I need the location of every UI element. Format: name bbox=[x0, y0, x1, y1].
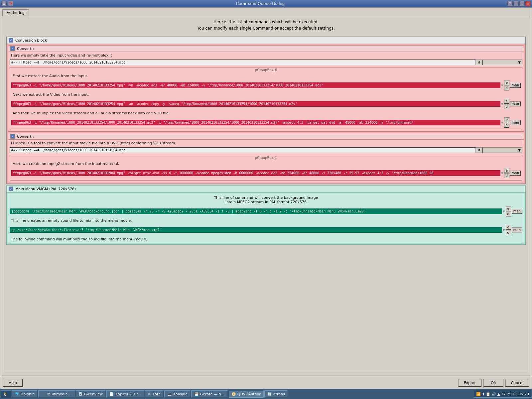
export-button[interactable]: Export bbox=[458, 379, 481, 387]
vmgm-btn-man-2[interactable]: man bbox=[512, 227, 522, 232]
vmgm-line1: This line of command will convert the ba… bbox=[8, 194, 524, 205]
cmd-input-0-0: ffmpeg063 -i "/home/gons/Videos/1000_201… bbox=[11, 82, 500, 88]
gwenview-icon: 🖼 bbox=[79, 392, 82, 396]
vmgm-line4: The following command will multiplex the… bbox=[8, 236, 524, 243]
convert-1-checkbox[interactable] bbox=[10, 46, 15, 51]
convert-block-1: Convert : Here we simply take the input … bbox=[8, 45, 524, 132]
main-window: Authoring Here is the list of commands w… bbox=[0, 7, 532, 389]
cmd-row-0-1: ffmpeg063 -i "/home/gons/Videos/1000_201… bbox=[10, 98, 522, 110]
row-1-desc-0: Here we create an mpeg2 stream from the … bbox=[10, 160, 522, 167]
titlebar-left: ⚙ 📌 bbox=[1, 1, 13, 6]
help-btn[interactable]: ? bbox=[507, 1, 513, 6]
taskbar-item-dolphin[interactable]: 🐬 Dolphin bbox=[12, 390, 38, 398]
taskbar-item-qdvd[interactable]: 📀 QDVDAuthor bbox=[228, 390, 264, 398]
btn-d-0-0[interactable]: d bbox=[504, 85, 509, 90]
vmgm-cmd-input-2: cp /usr/share/qdvdauthor/silence.ac3 "/t… bbox=[10, 227, 502, 233]
taskbar-item-gwenview[interactable]: 🖼 Gwenview bbox=[76, 390, 106, 398]
btn-man-1-0[interactable]: man bbox=[510, 171, 521, 176]
cmd-input-1-0: ffmpeg063 -i "/home/gons/Videos/1000_201… bbox=[11, 170, 500, 176]
taskbar-date: 11:05:20 bbox=[513, 392, 529, 396]
btn-col-0-2: e d bbox=[504, 117, 509, 128]
tray-volume-icon: 🔊 bbox=[491, 392, 496, 396]
hash-dropdown-1[interactable]: ▼ bbox=[482, 60, 522, 65]
minimize-btn[interactable]: _ bbox=[513, 1, 519, 6]
taskbar-item-qtrans[interactable]: 🔄 qtrans bbox=[264, 390, 288, 398]
hash-row-1: d ▼ bbox=[8, 59, 524, 66]
btn-d-0-2[interactable]: d bbox=[504, 123, 509, 128]
scroll-area[interactable]: Conversion Block Convert : Here we simpl… bbox=[5, 35, 527, 372]
titlebar: ⚙ 📌 Command Queue Dialog ? _ □ ✕ bbox=[0, 0, 532, 7]
close-btn[interactable]: ✕ bbox=[525, 1, 531, 6]
hash-d-btn-1[interactable]: d bbox=[476, 60, 482, 65]
conversion-block-label: Conversion Block bbox=[15, 38, 47, 43]
vmgm-btn-e-2[interactable]: e bbox=[506, 225, 511, 230]
pin-btn[interactable]: 📌 bbox=[8, 1, 13, 6]
vmgm-btn-man-1[interactable]: man bbox=[512, 209, 522, 214]
btn-e-1-0[interactable]: e bbox=[504, 168, 509, 173]
btn-man-0-2[interactable]: man bbox=[510, 120, 521, 125]
row-0-desc-2: And then we multiplex the video stream a… bbox=[10, 110, 522, 117]
taskbar-item-kapitel[interactable]: 📄 Kapitel 2. Gr... bbox=[106, 390, 144, 398]
hash-row-2: d ▼ bbox=[8, 147, 524, 154]
convert-header-2: Convert : bbox=[8, 133, 524, 140]
row-0-desc-1: Next we extract the Video from the input… bbox=[10, 91, 522, 98]
content-area: Here is the list of commands which will … bbox=[2, 16, 530, 375]
titlebar-controls: ? _ □ ✕ bbox=[507, 1, 531, 6]
btn-e-0-2[interactable]: e bbox=[504, 117, 509, 122]
multimedia-icon: 🎵 bbox=[41, 392, 46, 396]
vmgm-btn-col-2: e d bbox=[506, 225, 511, 235]
cmd-input-0-2: ffmpeg063 -i "/tmp/Unnamed/1000_20140210… bbox=[11, 120, 500, 125]
maximize-btn[interactable]: □ bbox=[519, 1, 525, 6]
btn-d-1-0[interactable]: d bbox=[504, 173, 509, 178]
cancel-button[interactable]: Cancel bbox=[505, 379, 529, 387]
btn-d-0-1[interactable]: d bbox=[504, 104, 509, 109]
bottom-right-buttons: Export Ok Cancel bbox=[458, 379, 529, 387]
hash-input-2[interactable] bbox=[10, 147, 476, 153]
tab-authoring[interactable]: Authoring bbox=[2, 9, 29, 16]
taskbar-item-geraete[interactable]: 💾 Geräte — N... bbox=[191, 390, 228, 398]
p-group-title-0: pGroupBox_0 bbox=[10, 67, 522, 72]
convert-block-2: Convert : FFMpeg is a tool to convert th… bbox=[8, 133, 524, 182]
vmgm-block: Main Menu VMGM (PAL 720x576) This line o… bbox=[6, 185, 526, 245]
geraete-icon: 💾 bbox=[194, 392, 199, 396]
btn-col-1-0: e d bbox=[504, 168, 509, 178]
tray-update-icon: ⬆ bbox=[482, 392, 485, 396]
btn-col-0-1: e d bbox=[504, 99, 509, 109]
vmgm-label: Main Menu VMGM (PAL 720x576) bbox=[15, 187, 76, 191]
taskbar-item-multimedia[interactable]: 🎵 Multimedia ... bbox=[38, 390, 75, 398]
bottom-bar: Help Export Ok Cancel bbox=[0, 377, 532, 389]
tray-expand-icon[interactable]: ▲ bbox=[497, 392, 500, 396]
conversion-block-checkbox[interactable] bbox=[9, 38, 13, 43]
ok-button[interactable]: Ok bbox=[483, 379, 503, 387]
hash-dropdown-2[interactable]: ▼ bbox=[482, 147, 522, 153]
kapitel-icon: 📄 bbox=[109, 392, 114, 396]
app-icon-btn[interactable]: ⚙ bbox=[1, 1, 7, 6]
btn-man-0-0[interactable]: man bbox=[510, 83, 521, 88]
taskbar: 🐧 🐬 Dolphin 🎵 Multimedia ... 🖼 Gwenview … bbox=[0, 389, 532, 399]
vmgm-cmd-row-2: cp /usr/share/qdvdauthor/silence.ac3 "/t… bbox=[8, 224, 524, 236]
hash-d-btn-2[interactable]: d bbox=[476, 147, 482, 153]
convert-2-checkbox[interactable] bbox=[10, 134, 15, 139]
cmd-input-0-1: ffmpeg063 -i "/home/gons/Videos/1000_201… bbox=[11, 101, 500, 107]
taskbar-tray: 📶 ⬆ 📋 🔊 ▲ 17:29 11:05:20 bbox=[474, 390, 531, 398]
help-button[interactable]: Help bbox=[3, 379, 23, 387]
btn-man-0-1[interactable]: man bbox=[510, 101, 521, 106]
cmd-row-1-0: ffmpeg063 -i "/home/gons/Videos/1000_201… bbox=[10, 167, 522, 179]
vmgm-btn-d-2[interactable]: d bbox=[506, 230, 511, 235]
convert-2-desc: FFMpeg is a tool to convert the input mo… bbox=[8, 140, 524, 147]
convert-header-1: Convert : bbox=[8, 46, 524, 52]
taskbar-start[interactable]: 🐧 bbox=[1, 390, 11, 398]
hash-input-1[interactable] bbox=[10, 60, 476, 65]
cmd-row-0-2: ffmpeg063 -i "/tmp/Unnamed/1000_20140210… bbox=[10, 117, 522, 128]
btn-e-0-1[interactable]: e bbox=[504, 99, 509, 104]
taskbar-item-kate[interactable]: ✏️ Kate bbox=[145, 390, 164, 398]
vmgm-block-header: Main Menu VMGM (PAL 720x576) bbox=[7, 186, 525, 193]
vmgm-btn-e-1[interactable]: e bbox=[506, 206, 511, 211]
taskbar-item-konsole[interactable]: 💻 Konsole bbox=[164, 390, 191, 398]
vmgm-btn-d-1[interactable]: d bbox=[506, 211, 511, 216]
vmgm-checkbox[interactable] bbox=[9, 187, 13, 191]
btn-e-0-0[interactable]: e bbox=[504, 80, 509, 85]
header-line1: Here is the list of commands which will … bbox=[5, 19, 527, 25]
qdvd-icon: 📀 bbox=[231, 392, 236, 396]
row-0-desc-0: First we extract the Audio from the inpu… bbox=[10, 72, 522, 79]
